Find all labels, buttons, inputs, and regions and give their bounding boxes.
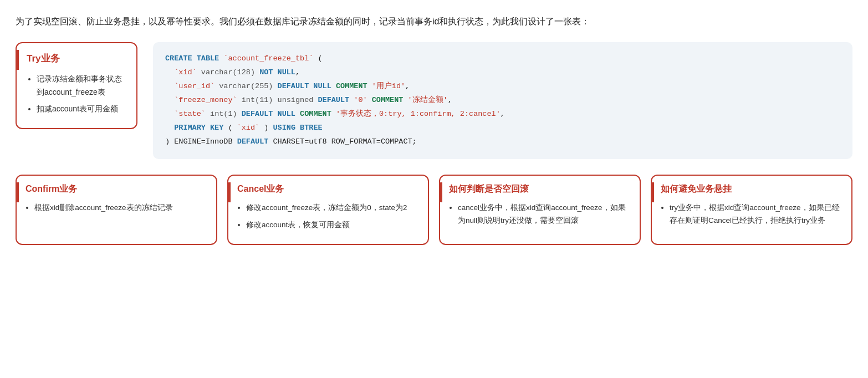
code-block: CREATE TABLE `account_freeze_tbl` ( `xid… — [153, 42, 852, 159]
try-card-title: Try业务 — [27, 52, 126, 65]
code-line-6: PRIMARY KEY ( `xid` ) USING BTREE — [165, 121, 840, 135]
card-accent-cancel — [227, 182, 231, 202]
code-line-5: `state` int(1) DEFAULT NULL COMMENT '事务状… — [165, 108, 840, 121]
cancel-card-list: 修改account_freeze表，冻结金额为0，state为2 修改accou… — [237, 202, 419, 232]
hang-card-title: 如何避免业务悬挂 — [661, 183, 843, 195]
code-line-1: CREATE TABLE `account_freeze_tbl` ( — [165, 52, 840, 66]
card-accent-rollback — [439, 182, 442, 202]
confirm-card-list: 根据xid删除account_freeze表的冻结记录 — [25, 202, 207, 214]
bottom-section: Confirm业务 根据xid删除account_freeze表的冻结记录 Ca… — [16, 175, 852, 245]
hang-card-list: try业务中，根据xid查询account_freeze，如果已经存在则证明Ca… — [661, 202, 843, 227]
confirm-card-title: Confirm业务 — [25, 183, 207, 195]
rollback-card: 如何判断是否空回滚 cancel业务中，根据xid查询account_freez… — [439, 175, 641, 245]
confirm-card-item-1: 根据xid删除account_freeze表的冻结记录 — [34, 202, 207, 214]
intro-text: 为了实现空回滚、防止业务悬挂，以及幂等性要求。我们必须在数据库记录冻结金额的同时… — [16, 13, 852, 30]
try-card-item-1: 记录冻结金额和事务状态到account_freeze表 — [37, 73, 126, 99]
confirm-card: Confirm业务 根据xid删除account_freeze表的冻结记录 — [16, 175, 217, 245]
try-card-item-2: 扣减account表可用金额 — [37, 103, 126, 116]
code-line-7: ) ENGINE=InnoDB DEFAULT CHARSET=utf8 ROW… — [165, 135, 840, 149]
cancel-card-item-2: 修改account表，恢复可用金额 — [246, 219, 419, 232]
try-card: Try业务 记录冻结金额和事务状态到account_freeze表 扣减acco… — [16, 42, 137, 129]
card-accent-confirm — [16, 182, 19, 202]
cancel-card-item-1: 修改account_freeze表，冻结金额为0，state为2 — [246, 202, 419, 214]
code-line-4: `freeze_money` int(11) unsigned DEFAULT … — [165, 94, 840, 108]
hang-card-item-1: try业务中，根据xid查询account_freeze，如果已经存在则证明Ca… — [670, 202, 843, 227]
hang-card: 如何避免业务悬挂 try业务中，根据xid查询account_freeze，如果… — [651, 175, 852, 245]
cancel-card-title: Cancel业务 — [237, 183, 419, 195]
rollback-card-title: 如何判断是否空回滚 — [449, 183, 631, 195]
code-line-2: `xid` varchar(128) NOT NULL, — [165, 66, 840, 80]
rollback-card-item-1: cancel业务中，根据xid查询account_freeze，如果为null则… — [458, 202, 631, 227]
top-section: Try业务 记录冻结金额和事务状态到account_freeze表 扣减acco… — [16, 42, 852, 159]
code-line-3: `user_id` varchar(255) DEFAULT NULL COMM… — [165, 80, 840, 94]
cancel-card: Cancel业务 修改account_freeze表，冻结金额为0，state为… — [227, 175, 429, 245]
try-card-list: 记录冻结金额和事务状态到account_freeze表 扣减account表可用… — [27, 73, 126, 115]
card-accent-try — [16, 50, 19, 70]
card-accent-hang — [651, 182, 654, 202]
rollback-card-list: cancel业务中，根据xid查询account_freeze，如果为null则… — [449, 202, 631, 227]
